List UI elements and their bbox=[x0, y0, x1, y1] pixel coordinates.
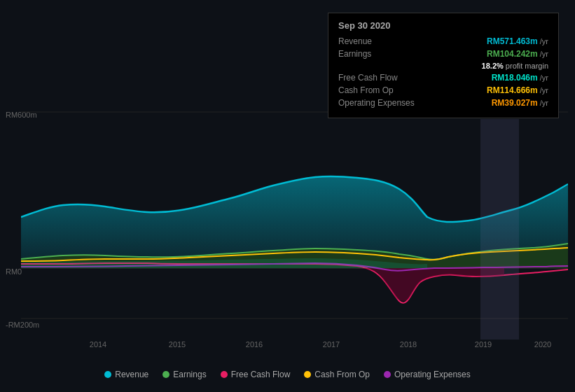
cfo-value: RM114.666m bbox=[487, 85, 538, 95]
earnings-value: RM104.242m bbox=[487, 49, 538, 59]
opex-label: Operating Expenses bbox=[338, 98, 415, 108]
opex-value: RM39.027m bbox=[492, 98, 538, 108]
x-label-2017: 2017 bbox=[323, 340, 340, 349]
chart-container: Sep 30 2020 Revenue RM571.463m /yr Earni… bbox=[0, 0, 575, 392]
legend-item-earnings: Earnings bbox=[162, 370, 206, 379]
cfo-label: Cash From Op bbox=[338, 85, 394, 95]
legend-item-fcf: Free Cash Flow bbox=[221, 370, 291, 379]
fcf-value: RM18.046m bbox=[492, 73, 538, 83]
x-label-2016: 2016 bbox=[246, 340, 263, 349]
tooltip-row-revenue: Revenue RM571.463m /yr bbox=[338, 36, 548, 46]
tooltip-row-earnings: Earnings RM104.242m /yr bbox=[338, 49, 548, 59]
legend-label-fcf: Free Cash Flow bbox=[231, 370, 291, 379]
fcf-label: Free Cash Flow bbox=[338, 73, 398, 83]
revenue-value: RM571.463m bbox=[487, 36, 538, 46]
tooltip-row-opex: Operating Expenses RM39.027m /yr bbox=[338, 98, 548, 108]
legend: Revenue Earnings Free Cash Flow Cash Fro… bbox=[0, 370, 575, 379]
legend-label-cfo: Cash From Op bbox=[314, 370, 370, 379]
legend-label-opex: Operating Expenses bbox=[394, 370, 471, 379]
profit-margin-label: profit margin bbox=[506, 62, 548, 70]
highlight-bar bbox=[480, 119, 519, 340]
tooltip-box: Sep 30 2020 Revenue RM571.463m /yr Earni… bbox=[328, 13, 559, 118]
profit-margin-value: 18.2% bbox=[482, 62, 504, 70]
legend-item-revenue: Revenue bbox=[104, 370, 148, 379]
legend-item-cfo: Cash From Op bbox=[304, 370, 370, 379]
tooltip-row-cfo: Cash From Op RM114.666m /yr bbox=[338, 85, 548, 95]
x-label-2020: 2020 bbox=[534, 340, 551, 349]
legend-item-opex: Operating Expenses bbox=[384, 370, 471, 379]
tooltip-title: Sep 30 2020 bbox=[338, 20, 548, 31]
legend-dot-cfo bbox=[304, 371, 311, 378]
x-label-2019: 2019 bbox=[475, 340, 492, 349]
revenue-label: Revenue bbox=[338, 36, 372, 46]
legend-label-revenue: Revenue bbox=[115, 370, 148, 379]
y-label-mid: RM0 bbox=[6, 267, 22, 276]
legend-dot-opex bbox=[384, 371, 391, 378]
legend-dot-revenue bbox=[104, 371, 111, 378]
profit-margin-row: 18.2% profit margin bbox=[338, 62, 548, 70]
legend-dot-fcf bbox=[221, 371, 228, 378]
x-label-2015: 2015 bbox=[169, 340, 186, 349]
legend-label-earnings: Earnings bbox=[173, 370, 206, 379]
x-label-2018: 2018 bbox=[400, 340, 417, 349]
earnings-label: Earnings bbox=[338, 49, 371, 59]
legend-dot-earnings bbox=[162, 371, 169, 378]
x-label-2014: 2014 bbox=[90, 340, 106, 349]
tooltip-row-fcf: Free Cash Flow RM18.046m /yr bbox=[338, 73, 548, 83]
